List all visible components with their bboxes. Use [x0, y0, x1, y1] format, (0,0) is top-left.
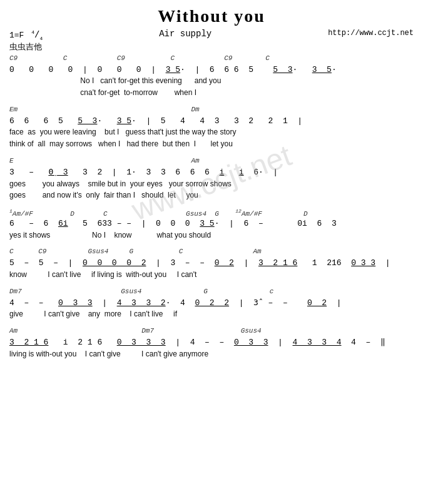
lyric-line-2a: face as you were leaving but I guess tha… [9, 127, 414, 138]
section-3: E Am 3 – 0̣ 3 3 2 | 1· 3 3 6 6 6 i i 6· … [9, 157, 414, 201]
source-label: 虫虫吉他 [9, 43, 42, 52]
lyric-line-1b: cna't for-get to-morrow when I [9, 88, 414, 98]
chord-line-1: C9 C C9 C C9 C [9, 54, 414, 64]
time-label: 4/4 [31, 30, 43, 40]
key-label: 1=F [9, 31, 24, 40]
lyric-line-2b: think of all may sorrows when I had ther… [9, 139, 414, 149]
meta-left: 1=F 4/4 虫虫吉他 [9, 29, 43, 53]
lyric-line-3b: goes and now it's only fair than I shoul… [9, 190, 414, 201]
section-4: 1Am/#F D C Gsus4 G 12Am/#F D 6 – 6 6i 5 … [9, 208, 414, 240]
music-line-4: 6 – 6 6i 5 633 – – | 0 0 0 3 5· | 6 – 0i… [9, 218, 414, 230]
chord-line-6: Dm7 Gsus4 G c [9, 288, 414, 297]
lyric-line-1a: No I can't for-get this evening and you [9, 76, 414, 86]
lyric-line-4a: yes it shows No I know what you should [9, 230, 414, 241]
lyric-line-5a: know I can't live if living is with-out … [9, 270, 414, 280]
lyric-line-3a: goes you always smile but in your eyes y… [9, 179, 414, 189]
lyric-line-6a: give I can't give any more I can't live … [9, 309, 414, 320]
music-line-3: 3 – 0̣ 3 3 2 | 1· 3 3 6 6 6 i i 6· | [9, 166, 414, 179]
section-5: C C9 Gsus4 G C Am 5 – 5 – | 0 0 0 0 2 | … [9, 248, 414, 280]
music-line-6: 4 – – 0 3 3 | 4 3 3 2· 4 0 2 2 | 3̂ – – … [9, 297, 414, 310]
chord-line-4: 1Am/#F D C Gsus4 G 12Am/#F D [9, 208, 414, 218]
section-7: Am Dm7 Gsus4 3 2 1 6 i 2 1 6 0 3 3 3 | 4… [9, 327, 414, 359]
song-title: Without you [9, 6, 414, 26]
chord-line-2: Em Dm [9, 106, 414, 115]
chord-line-7: Am Dm7 Gsus4 [9, 327, 414, 336]
chord-line-3: E Am [9, 157, 414, 166]
meta-row: 1=F 4/4 虫虫吉他 Air supply http://www.ccjt.… [9, 29, 414, 53]
lyric-line-7a: living is with-out you I can't give I ca… [9, 349, 414, 360]
artist-label: Air supply [159, 29, 212, 39]
music-line-2: 6 6 6 5 5 3· 3 5· | 5 4 4 3 3 2 2 1 | [9, 115, 414, 128]
music-line-7: 3 2 1 6 i 2 1 6 0 3 3 3 | 4 – – 0 3 3 | … [9, 336, 414, 349]
section-6: Dm7 Gsus4 G c 4 – – 0 3 3 | 4 3 3 2· 4 0… [9, 288, 414, 320]
music-line-1: 0 0 0 0 | 0 0 0 | 3 5· | 6 6 6 5 5 3· 3 … [9, 64, 414, 76]
music-line-5: 5 – 5 – | 0 0 0 0 2 | 3 – – 0 2 | 3 2 1 … [9, 257, 414, 270]
artist-center: Air supply [43, 29, 328, 39]
website-label: http://www.ccjt.net [328, 29, 414, 38]
chord-line-5: C C9 Gsus4 G C Am [9, 248, 414, 257]
section-1: C9 C C9 C C9 C 0 0 0 0 | 0 0 0 | 3 5· | … [9, 54, 414, 98]
section-2: Em Dm 6 6 6 5 5 3· 3 5· | 5 4 4 3 3 2 2 … [9, 106, 414, 149]
page-wrap: www.ccjt.net Without you 1=F 4/4 虫虫吉他 Ai… [9, 6, 414, 359]
